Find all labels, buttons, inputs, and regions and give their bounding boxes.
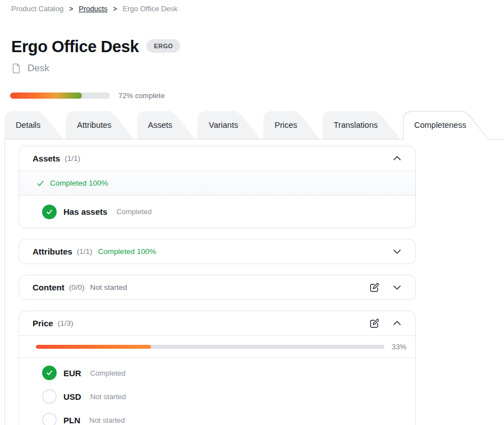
tab-label: Completeness	[414, 121, 466, 130]
tab-bar: Details Attributes Assets Variants Price…	[4, 111, 504, 139]
panel-status: Completed 100%	[98, 247, 157, 256]
panel-count: (0/0)	[69, 283, 85, 292]
panel-title: Assets	[33, 154, 60, 163]
check-circle-icon	[42, 366, 57, 380]
item-status: Not started	[90, 392, 126, 401]
price-item-eur: EUR Completed	[19, 361, 415, 385]
chevron-down-icon[interactable]	[391, 246, 403, 258]
product-page: Product Catalog > Products > Ergo Office…	[0, 0, 504, 425]
empty-circle-icon	[42, 413, 57, 425]
accordion-assets: Assets (1/1) Completed 100% Has assets	[19, 146, 416, 228]
panel-count: (1/1)	[77, 247, 93, 256]
assets-summary-row: Completed 100%	[19, 171, 415, 195]
tab-label: Details	[16, 121, 40, 130]
completeness-progress-row: 72% complete	[10, 91, 164, 100]
family-row: Desk	[11, 63, 49, 74]
item-status: Completed	[90, 369, 126, 377]
family-label: Desk	[28, 63, 49, 74]
chevron-up-icon[interactable]	[391, 153, 403, 165]
breadcrumb-separator: >	[69, 5, 73, 13]
tab-prices[interactable]: Prices	[263, 111, 320, 139]
item-name: Has assets	[63, 207, 107, 216]
assets-summary-label: Completed 100%	[50, 179, 108, 187]
price-item-usd: USD Not started	[19, 385, 415, 408]
check-circle-icon	[42, 205, 57, 219]
accordion-content-header[interactable]: Content (0/0) Not started	[19, 275, 415, 299]
completeness-progressbar	[10, 93, 110, 99]
breadcrumb: Product Catalog > Products > Ergo Office…	[11, 4, 178, 13]
panel-title: Attributes	[33, 247, 72, 256]
breadcrumb-item-current: Ergo Office Desk	[123, 4, 178, 13]
chevron-down-icon[interactable]	[391, 281, 403, 294]
page-title: Ergo Office Desk	[11, 38, 139, 56]
panel-count: (1/3)	[58, 319, 74, 327]
tab-label: Assets	[148, 121, 173, 130]
accordion-content: Content (0/0) Not started	[19, 275, 416, 300]
tab-label: Translations	[334, 121, 378, 130]
tab-assets[interactable]: Assets	[137, 111, 196, 139]
tab-label: Prices	[274, 121, 297, 130]
tab-label: Attributes	[77, 121, 111, 130]
accordion-price: Price (1/3) 33%	[19, 311, 416, 425]
panel-status: Not started	[90, 283, 127, 292]
chevron-up-icon[interactable]	[391, 317, 403, 330]
accordion-assets-header[interactable]: Assets (1/1)	[19, 146, 415, 170]
panel-count: (1/1)	[65, 154, 80, 163]
accordion-attributes: Attributes (1/1) Completed 100%	[19, 239, 416, 264]
accordion-price-header[interactable]: Price (1/3)	[19, 311, 415, 335]
panel-title: Price	[33, 318, 53, 328]
price-progress-fill	[36, 345, 151, 349]
accordion-attributes-header[interactable]: Attributes (1/1) Completed 100%	[19, 239, 415, 264]
edit-icon[interactable]	[368, 281, 381, 294]
tab-translations[interactable]: Translations	[323, 111, 401, 139]
file-icon	[11, 63, 22, 74]
panel-title: Content	[33, 283, 65, 292]
breadcrumb-separator: >	[113, 5, 117, 13]
price-progress-row: 33%	[19, 336, 415, 357]
item-name: EUR	[63, 368, 81, 378]
price-item-pln: PLN Not started	[19, 408, 415, 425]
edit-icon[interactable]	[368, 317, 381, 330]
breadcrumb-item-products[interactable]: Products	[79, 4, 107, 13]
title-row: Ergo Office Desk ERGO	[11, 38, 180, 56]
tab-completeness[interactable]: Completeness	[403, 111, 490, 139]
tab-variants[interactable]: Variants	[198, 111, 262, 139]
item-status: Not started	[89, 416, 125, 424]
tab-details[interactable]: Details	[4, 111, 64, 139]
tab-label: Variants	[209, 121, 238, 130]
price-progress-label: 33%	[392, 343, 406, 351]
item-name: PLN	[63, 415, 80, 425]
price-progressbar	[36, 345, 384, 349]
item-name: USD	[63, 392, 81, 401]
price-items: EUR Completed USD Not started PLN Not st…	[19, 358, 415, 425]
tab-attributes[interactable]: Attributes	[66, 111, 135, 139]
completeness-progress-label: 72% complete	[118, 91, 164, 100]
product-code-badge: ERGO	[146, 39, 180, 53]
item-status: Completed	[116, 207, 152, 216]
check-icon	[36, 179, 45, 188]
empty-circle-icon	[42, 389, 57, 404]
breadcrumb-item-product-catalog[interactable]: Product Catalog	[11, 4, 63, 13]
assets-item-has-assets: Has assets Completed	[19, 196, 415, 228]
completeness-panel: Assets (1/1) Completed 100% Has assets	[4, 139, 504, 425]
completeness-progress-fill	[10, 93, 82, 99]
